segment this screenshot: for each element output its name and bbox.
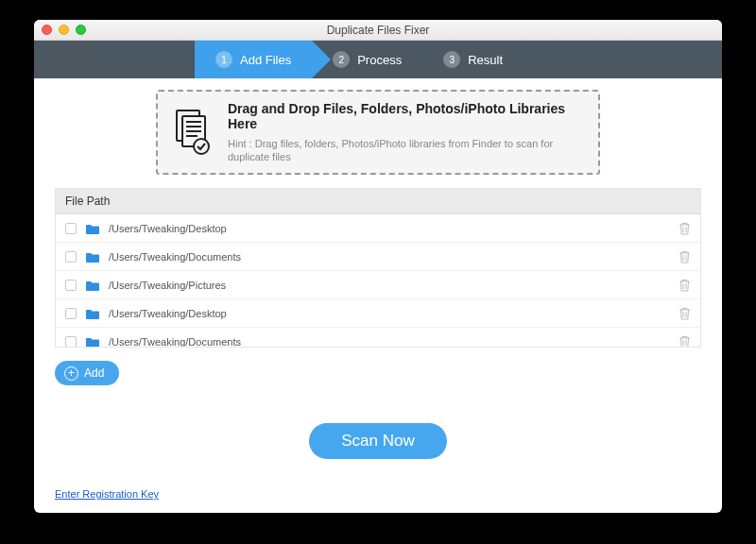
add-button-label: Add xyxy=(84,366,104,380)
table-row: /Users/Tweaking/Desktop xyxy=(56,299,700,328)
drop-zone[interactable]: Drag and Drop Files, Folders, Photos/iPh… xyxy=(156,90,600,175)
folder-icon xyxy=(86,251,99,263)
folder-icon xyxy=(86,223,99,234)
file-path: /Users/Tweaking/Pictures xyxy=(109,280,679,291)
content-area: Drag and Drop Files, Folders, Photos/iPh… xyxy=(34,78,722,459)
trash-icon[interactable] xyxy=(679,222,691,235)
row-checkbox[interactable] xyxy=(65,336,77,348)
table-row: /Users/Tweaking/Documents xyxy=(56,328,700,347)
step-bar: 1 Add Files 2 Process 3 Result xyxy=(34,41,722,78)
trash-icon[interactable] xyxy=(679,279,691,292)
step-process[interactable]: 2 Process xyxy=(312,41,422,78)
table-row: /Users/Tweaking/Pictures xyxy=(56,271,700,299)
file-path: /Users/Tweaking/Desktop xyxy=(109,308,679,319)
step-label: Result xyxy=(468,53,503,67)
row-checkbox[interactable] xyxy=(65,251,77,263)
row-checkbox[interactable] xyxy=(65,223,77,234)
trash-icon[interactable] xyxy=(679,335,691,348)
trash-icon[interactable] xyxy=(679,307,691,320)
row-checkbox[interactable] xyxy=(65,308,77,319)
folder-icon xyxy=(86,336,99,348)
file-path: /Users/Tweaking/Documents xyxy=(109,251,679,263)
table-row: /Users/Tweaking/Desktop xyxy=(56,214,700,243)
step-add-files[interactable]: 1 Add Files xyxy=(195,41,312,78)
file-path: /Users/Tweaking/Documents xyxy=(109,336,679,348)
file-list: File Path /Users/Tweaking/Desktop/Users/… xyxy=(55,188,701,348)
file-path: /Users/Tweaking/Desktop xyxy=(109,223,679,234)
drop-zone-title: Drag and Drop Files, Folders, Photos/iPh… xyxy=(228,101,583,131)
titlebar: Duplicate Files Fixer xyxy=(34,20,722,41)
file-list-header: File Path xyxy=(56,189,700,214)
file-list-body[interactable]: /Users/Tweaking/Desktop/Users/Tweaking/D… xyxy=(56,214,700,347)
step-number: 3 xyxy=(443,51,460,68)
add-button[interactable]: + Add xyxy=(55,361,119,385)
app-window: Duplicate Files Fixer 1 Add Files 2 Proc… xyxy=(34,20,722,513)
step-label: Process xyxy=(357,53,402,67)
trash-icon[interactable] xyxy=(679,250,691,264)
registration-link[interactable]: Enter Registration Key xyxy=(55,488,159,500)
drop-zone-text: Drag and Drop Files, Folders, Photos/iPh… xyxy=(228,101,583,164)
window-title: Duplicate Files Fixer xyxy=(34,24,722,37)
step-label: Add Files xyxy=(240,53,291,67)
folder-icon xyxy=(86,280,99,291)
step-number: 1 xyxy=(215,51,232,68)
documents-check-icon xyxy=(173,109,215,156)
scan-now-button[interactable]: Scan Now xyxy=(309,423,446,459)
plus-icon: + xyxy=(64,366,78,381)
drop-zone-hint: Hint : Drag files, folders, Photos/iPhot… xyxy=(228,137,583,164)
row-checkbox[interactable] xyxy=(65,280,77,291)
svg-point-6 xyxy=(194,139,209,154)
table-row: /Users/Tweaking/Documents xyxy=(56,243,700,271)
folder-icon xyxy=(86,308,99,319)
step-result[interactable]: 3 Result xyxy=(422,41,524,78)
step-number: 2 xyxy=(333,51,350,68)
